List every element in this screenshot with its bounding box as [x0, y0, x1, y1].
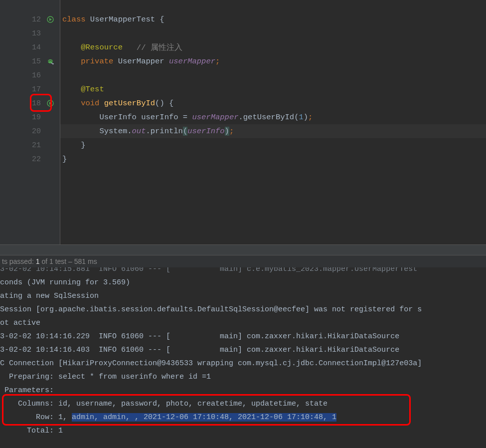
gutter-row: 15	[0, 54, 60, 68]
bean-navigate-icon[interactable]	[45, 56, 56, 67]
line-number: 16	[32, 71, 41, 80]
code-line[interactable]: class UserMapperTest {	[60, 12, 486, 26]
code-line[interactable]: }	[60, 152, 486, 166]
gutter-row: 20	[0, 124, 60, 138]
console-line: Row: 1, admin, admin, , 2021-12-06 17:10…	[0, 411, 486, 424]
gutter-row: 21	[0, 138, 60, 152]
editor-gutter: 1213141516171819202122	[0, 0, 60, 244]
selected-text: admin, admin, , 2021-12-06 17:10:48, 202…	[72, 413, 336, 422]
gutter-row: 14	[0, 40, 60, 54]
gutter-row: 22	[0, 152, 60, 166]
code-line[interactable]	[60, 68, 486, 82]
line-number: 21	[32, 141, 41, 150]
console-line: ot active	[0, 316, 486, 330]
console-line: Session [org.apache.ibatis.session.defau…	[0, 303, 486, 316]
code-line[interactable]: System.out.println(userInfo);	[60, 124, 486, 138]
line-number: 22	[32, 155, 41, 164]
gutter-row: 16	[0, 68, 60, 82]
code-line[interactable]: }	[60, 138, 486, 152]
test-status-bar: ts passed: 1 of 1 test – 581 ms	[0, 255, 486, 267]
line-number: 20	[32, 127, 41, 136]
run-test-icon[interactable]	[45, 14, 56, 25]
line-number: 13	[32, 29, 41, 38]
console-line: Preparing: select * from userinfo where …	[0, 370, 486, 384]
code-editor[interactable]: 1213141516171819202122 class UserMapperT…	[0, 0, 486, 244]
console-line: C Connection [HikariProxyConnection@9436…	[0, 357, 486, 370]
tests-passed-label: ts passed:	[2, 257, 36, 265]
line-number: 15	[32, 57, 41, 66]
tests-passed-suffix: of 1 test – 581 ms	[40, 257, 97, 265]
line-number: 19	[32, 113, 41, 122]
gutter-row: 12	[0, 12, 60, 26]
gutter-row: 17	[0, 82, 60, 96]
code-line[interactable]: @Resource // 属性注入	[60, 40, 486, 54]
gutter-row: 19	[0, 110, 60, 124]
console-line: Total: 1	[0, 424, 486, 438]
code-line[interactable]: void getUserById() {	[60, 96, 486, 110]
console-line: conds (JVM running for 3.569)	[0, 276, 486, 289]
gutter-row: 18	[0, 96, 60, 110]
console-output[interactable]: 3-02-02 10:14:15.881 INFO 61060 --- [ ma…	[0, 267, 486, 439]
gutter-row: 13	[0, 26, 60, 40]
svg-point-1	[48, 59, 53, 63]
code-line[interactable]: private UserMapper userMapper;	[60, 54, 486, 68]
code-area[interactable]: class UserMapperTest { @Resource // 属性注入…	[60, 0, 486, 244]
tests-passed-count: 1	[36, 257, 40, 265]
line-number: 14	[32, 43, 41, 52]
panel-separator[interactable]	[0, 244, 486, 255]
console-line: 3-02-02 10:14:15.881 INFO 61060 --- [ ma…	[0, 267, 486, 276]
line-number: 18	[32, 99, 41, 108]
console-line: Parameters:	[0, 384, 486, 397]
console-line: 3-02-02 10:14:16.403 INFO 61060 --- [ ma…	[0, 343, 486, 357]
run-test-icon[interactable]	[45, 98, 56, 109]
code-line[interactable]: @Test	[60, 82, 486, 96]
code-line[interactable]	[60, 26, 486, 40]
line-number: 17	[32, 85, 41, 94]
line-number: 12	[32, 15, 41, 24]
console-line: 3-02-02 10:14:16.229 INFO 61060 --- [ ma…	[0, 330, 486, 343]
console-line: ating a new SqlSession	[0, 289, 486, 303]
console-line: Columns: id, username, password, photo, …	[0, 397, 486, 411]
code-line[interactable]: UserInfo userInfo = userMapper.getUserBy…	[60, 110, 486, 124]
